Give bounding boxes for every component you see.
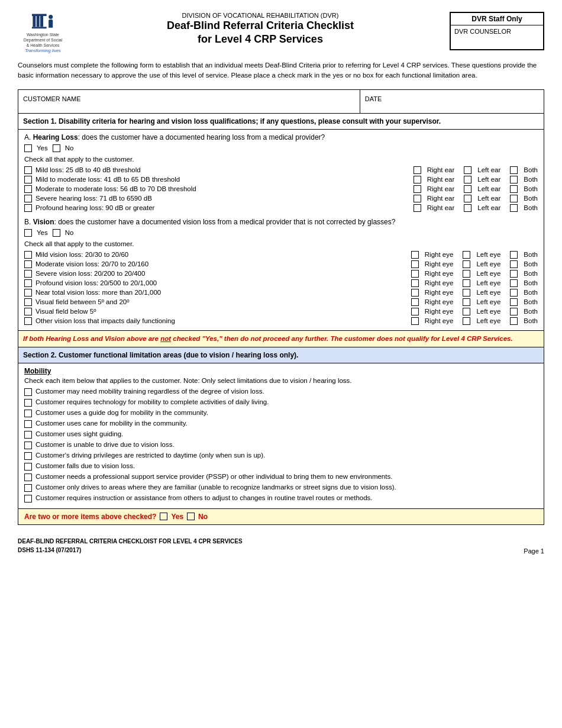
mobility-cb-6[interactable]	[24, 452, 32, 460]
svg-rect-4	[31, 14, 46, 17]
hearing-row-3-options: Right ear Left ear Both	[414, 195, 538, 202]
vision-yes-checkbox[interactable]	[24, 229, 32, 237]
hearing-row-1-both-cb[interactable]	[510, 176, 518, 183]
section2-header-cell: Section 2. Customer functional limitatio…	[18, 347, 544, 363]
vision-row-3-checkbox[interactable]	[24, 279, 32, 287]
hearing-row-3-right-cb[interactable]	[414, 195, 421, 202]
vision-row-5-desc: Visual field between 5º and 20º	[35, 298, 411, 305]
vision-row-7-right-cb[interactable]	[411, 317, 419, 325]
mobility-cb-9[interactable]	[24, 484, 32, 492]
vision-row-5-both-cb[interactable]	[510, 298, 518, 306]
hearing-row-3-left-cb[interactable]	[464, 195, 471, 202]
vision-row-0-left-cb[interactable]	[463, 251, 470, 259]
hearing-row-2-left-cb[interactable]	[464, 185, 471, 193]
vision-row-3: Profound vision loss: 20/500 to 20/1,000…	[24, 279, 538, 287]
mobility-item-5: Customer is unable to drive due to visio…	[24, 441, 538, 449]
mobility-cb-7[interactable]	[24, 463, 32, 471]
vision-row-5-checkbox[interactable]	[24, 298, 32, 306]
vision-row-3-right-cb[interactable]	[411, 279, 419, 287]
vision-row-5: Visual field between 5º and 20º Right ey…	[24, 298, 538, 306]
hearing-row-3-checkbox[interactable]	[24, 195, 32, 202]
page-title-area: DIVISION OF VOCATIONAL REHABILITATION (D…	[83, 12, 438, 47]
hearing-row-4-checkbox[interactable]	[24, 204, 32, 212]
vision-row-1: Moderate vision loss: 20/70 to 20/160 Ri…	[24, 260, 538, 268]
mobility-cb-3[interactable]	[24, 420, 32, 428]
vision-row-7-both-cb[interactable]	[510, 317, 518, 325]
hearing-row-0-right-cb[interactable]	[414, 166, 421, 174]
mobility-item-6: Customer's driving privileges are restri…	[24, 452, 538, 460]
vision-row-6-checkbox[interactable]	[24, 308, 32, 315]
vision-row-6-right-cb[interactable]	[411, 308, 419, 315]
dvr-staff-box: DVR Staff Only DVR COUNSELOR	[450, 12, 544, 50]
hearing-check-all: Check all that apply to the customer.	[24, 156, 538, 163]
hearing-row-0-both-cb[interactable]	[510, 166, 518, 174]
vision-row-2-checkbox[interactable]	[24, 270, 32, 278]
mobility-cb-1[interactable]	[24, 399, 32, 407]
vision-row-4-checkbox[interactable]	[24, 289, 32, 297]
vision-row-0-right-cb[interactable]	[411, 251, 419, 259]
vision-row-0-checkbox[interactable]	[24, 251, 32, 259]
mobility-cb-8[interactable]	[24, 473, 32, 481]
vision-row-7-checkbox[interactable]	[24, 317, 32, 325]
hearing-row-4-right-cb[interactable]	[414, 204, 421, 212]
vision-no-checkbox[interactable]	[53, 229, 60, 237]
mobility-cb-0[interactable]	[24, 388, 32, 396]
vision-row-3-both-cb[interactable]	[510, 279, 518, 287]
mobility-cell: Mobility Check each item below that appl…	[18, 363, 544, 508]
mobility-title: Mobility	[24, 367, 538, 375]
vision-row-1-both-cb[interactable]	[510, 260, 518, 268]
hearing-row-1-options: Right ear Left ear Both	[414, 176, 538, 183]
vision-row-6-both-cb[interactable]	[510, 308, 518, 315]
hearing-row-1-right-cb[interactable]	[414, 176, 421, 183]
hearing-row-1-checkbox[interactable]	[24, 176, 32, 183]
vision-section: B. Vision: does the customer have a docu…	[24, 218, 538, 325]
vision-row-0-desc: Mild vision loss: 20/30 to 20/60	[35, 251, 411, 258]
hearing-row-1-left-cb[interactable]	[464, 176, 471, 183]
vision-row-2-both-cb[interactable]	[510, 270, 518, 278]
vision-row-2-left-cb[interactable]	[463, 270, 470, 278]
mobility-cb-4[interactable]	[24, 431, 32, 439]
hearing-row-2-both-cb[interactable]	[510, 185, 518, 193]
hearing-row-2-options: Right ear Left ear Both	[414, 185, 538, 193]
vision-row-3-left-cb[interactable]	[463, 279, 470, 287]
hearing-no-checkbox[interactable]	[53, 144, 60, 152]
hearing-yes-checkbox[interactable]	[24, 144, 32, 152]
section1-body-cell: A. Hearing Loss: does the customer have …	[18, 129, 544, 330]
vision-row-4-both-cb[interactable]	[510, 289, 518, 297]
hearing-row-2-right-cb[interactable]	[414, 185, 421, 193]
hearing-row-0: Mild loss: 25 dB to 40 dB threshold Righ…	[24, 166, 538, 174]
vision-row-1-left-cb[interactable]	[463, 260, 470, 268]
vision-row-6-left-cb[interactable]	[463, 308, 470, 315]
mobility-item-10-text: Customer requires instruction or assista…	[35, 494, 373, 501]
mobility-cb-2[interactable]	[24, 410, 32, 417]
hearing-section: A. Hearing Loss: does the customer have …	[24, 133, 538, 212]
hearing-row-4-both-cb[interactable]	[510, 204, 518, 212]
mobility-cb-5[interactable]	[24, 442, 32, 449]
hearing-row-0-checkbox[interactable]	[24, 166, 32, 174]
vision-row-5-left-cb[interactable]	[463, 298, 470, 306]
vision-row-1-checkbox[interactable]	[24, 260, 32, 268]
hearing-yes-label: Yes	[37, 144, 48, 152]
footer-form-number: DSHS 11-134 (07/2017)	[18, 546, 243, 555]
mobility-cb-10[interactable]	[24, 495, 32, 502]
vision-row-4-right-cb[interactable]	[411, 289, 419, 297]
vision-row-7-left-cb[interactable]	[463, 317, 470, 325]
hearing-row-4-desc: Profound hearing loss: 90 dB or greater	[35, 204, 414, 211]
mobility-item-10: Customer requires instruction or assista…	[24, 494, 538, 502]
vision-row-6: Visual field below 5º Right eye Left eye…	[24, 308, 538, 315]
hearing-row-2-checkbox[interactable]	[24, 185, 32, 193]
are-two-no-cb[interactable]	[187, 513, 195, 520]
svg-rect-3	[40, 15, 43, 27]
mobility-item-3-text: Customer uses cane for mobility in the c…	[35, 420, 188, 427]
vision-row-1-right-cb[interactable]	[411, 260, 419, 268]
vision-row-2-right-cb[interactable]	[411, 270, 419, 278]
hearing-row-3: Severe hearing loss: 71 dB to 6590 dB Ri…	[24, 195, 538, 202]
vision-row-0-both-cb[interactable]	[510, 251, 518, 259]
vision-row-4-left-cb[interactable]	[463, 289, 470, 297]
hearing-row-3-both-cb[interactable]	[510, 195, 518, 202]
are-two-yes-cb[interactable]	[160, 513, 167, 520]
mobility-item-2-text: Customer uses a guide dog for mobility i…	[35, 409, 208, 416]
hearing-row-0-left-cb[interactable]	[464, 166, 471, 174]
hearing-row-4-left-cb[interactable]	[464, 204, 471, 212]
vision-row-5-right-cb[interactable]	[411, 298, 419, 306]
